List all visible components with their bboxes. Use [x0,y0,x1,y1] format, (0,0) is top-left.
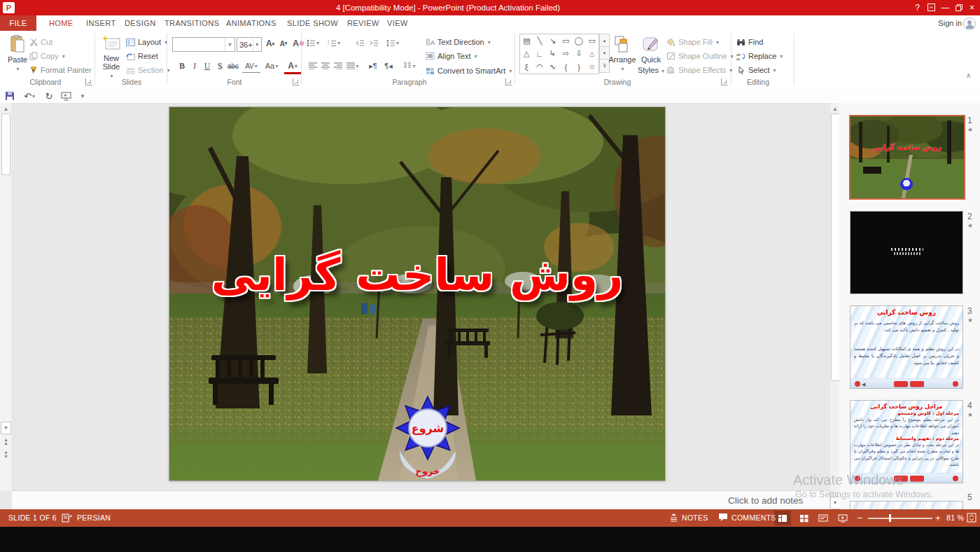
elbow-arrow-shape-icon[interactable]: ↳ [546,48,559,61]
reading-view-button[interactable] [815,511,832,525]
save-button[interactable] [3,90,17,102]
restore-icon[interactable] [952,0,965,15]
close-icon[interactable]: × [965,0,979,15]
reset-button[interactable]: Reset [126,50,158,62]
increase-indent-button[interactable] [368,36,380,49]
paragraph-dialog-launcher-icon[interactable] [505,78,512,85]
sound-icon[interactable] [855,476,860,481]
nav-back-icon[interactable] [894,476,908,481]
font-dialog-launcher-icon[interactable] [293,78,300,85]
star-shape-icon[interactable]: ☆ [585,60,598,74]
paste-dropdown[interactable]: ▾ [16,66,19,72]
select-button[interactable]: Select▾ [736,64,776,76]
tab-slide-show[interactable]: SLIDE SHOW [278,15,347,31]
next-slide-icon[interactable]: ▼▼ [0,451,12,458]
underline-button[interactable]: U [201,60,214,72]
thumbnails-scroll-up-icon[interactable]: ▲ [830,106,840,112]
thumbnails-scrollbar[interactable]: ▲ ▼ [830,103,840,509]
notes-pane[interactable]: Click to add notes [12,490,830,510]
paste-button[interactable]: Paste ▾ [4,34,31,77]
clear-formatting-button[interactable]: A [292,37,304,50]
text-direction-button[interactable]: A Text Direction▾ [426,36,491,48]
italic-button[interactable]: I [188,60,201,72]
editor-vertical-scrollbar[interactable]: ▲ ▼ ▲▲ ▼▼ [0,103,13,490]
arc-shape-icon[interactable]: ◠ [533,60,547,74]
collapse-ribbon-icon[interactable]: ∧ [966,71,971,79]
rounded-rectangle-shape-icon[interactable]: ▭ [585,34,598,48]
left-brace-shape-icon[interactable]: { [559,60,573,74]
right-arrow-shape-icon[interactable]: ⇨ [559,48,573,61]
copy-button[interactable]: Copy▾ [29,50,65,62]
normal-view-button[interactable] [774,511,791,525]
triangle-shape-icon[interactable]: △ [520,48,533,61]
decrease-indent-button[interactable] [354,36,366,49]
curve-shape-icon[interactable]: ∿ [546,60,559,74]
shapes-gallery[interactable]: ▤╲↘▭◯▭ △∟↳⇨⇩⌂ ξ◠∿{}☆ [519,34,599,74]
replace-button[interactable]: abac Replace▾ [736,50,783,62]
shape-effects-button[interactable]: Shape Effects▾ [666,64,732,76]
undo-button[interactable]: ↶▾ [20,90,39,102]
nav-next-icon[interactable] [910,381,924,387]
shape-outline-button[interactable]: Shape Outline▾ [666,50,734,62]
fit-slide-to-window-icon[interactable] [967,513,976,523]
slide-sorter-view-button[interactable] [795,511,812,525]
shape-fill-button[interactable]: Shape Fill▾ [666,36,719,48]
find-button[interactable]: Find [736,36,763,48]
drawing-dialog-launcher-icon[interactable] [721,78,728,85]
slide-show-view-button[interactable] [834,511,851,525]
customize-quick-access-icon[interactable]: ▾ [76,90,90,102]
previous-slide-icon[interactable]: ▲▲ [0,438,12,445]
increase-font-size-button[interactable]: A▴ [264,37,276,50]
line-spacing-button[interactable]: ▾ [386,36,399,49]
scrollbar-thumb[interactable] [1,113,10,175]
down-arrow-shape-icon[interactable]: ⇩ [573,48,586,61]
strikethrough-button[interactable]: abc [225,60,241,72]
font-name-combobox[interactable]: ▾ [172,37,235,52]
layout-button[interactable]: Layout▾ [126,36,167,48]
tab-animations[interactable]: ANIMATIONS [217,15,286,31]
format-painter-button[interactable]: Format Painter [29,64,92,76]
nav-next-icon[interactable] [910,476,924,481]
bold-button[interactable]: B [176,60,188,72]
justify-button[interactable]: ▾ [344,60,361,72]
text-box-shape-icon[interactable]: ▤ [520,34,533,48]
line-shape-icon[interactable]: ╲ [533,34,547,48]
nav-home-icon[interactable] [953,476,958,481]
thumbnail-slide-3[interactable]: روش ساخت گرایی روش ساخت گرایی از روش های… [850,305,963,389]
slide-counter[interactable]: SLIDE 1 OF 6 [8,509,57,527]
zoom-in-button[interactable]: + [935,509,941,527]
numbering-button[interactable]: 12▾ [328,36,340,49]
decrease-font-size-button[interactable]: A▾ [277,37,290,50]
arrange-dropdown[interactable]: ▾ [621,66,624,72]
thumbnails-scroll-down-icon[interactable]: ▼ [830,497,840,509]
scroll-up-icon[interactable]: ▲ [0,106,12,112]
start-slideshow-button[interactable] [59,90,73,102]
minimize-icon[interactable]: — [939,0,952,15]
spell-check-icon[interactable] [62,513,72,523]
help-icon[interactable]: ? [911,0,924,15]
thumbnail-slide-2[interactable] [850,211,963,294]
change-case-button[interactable]: Aa▾ [263,60,280,72]
sound-icon[interactable] [855,381,860,387]
align-text-button[interactable]: Align Text▾ [426,50,477,62]
section-button[interactable]: Section▾ [126,64,170,76]
start-exit-badge[interactable]: شروع خروج [395,387,462,478]
right-to-left-direction-button[interactable]: ¶◂ [382,60,395,72]
character-spacing-button[interactable]: AV▾ [242,60,260,73]
user-avatar-icon[interactable] [963,18,976,30]
home-plate-shape-icon[interactable]: ⌂ [585,48,598,61]
zoom-level[interactable]: 81 % [946,509,964,527]
quick-styles-button[interactable]: Quick Styles ▾ [637,34,665,77]
convert-to-smartart-button[interactable]: Convert to SmartArt▾ [426,64,512,77]
align-right-button[interactable] [332,60,344,72]
tab-view[interactable]: VIEW [378,15,417,31]
arrow-line-shape-icon[interactable]: ↘ [546,34,559,48]
ribbon-display-options-icon[interactable] [925,0,938,15]
sign-in-link[interactable]: Sign in [938,15,962,31]
notes-toggle[interactable]: NOTES [682,509,708,527]
nav-back-icon[interactable] [894,381,908,387]
zoom-out-button[interactable]: − [857,509,862,527]
comments-toggle[interactable]: COMMENTS [732,509,776,527]
thumbnail-slide-4[interactable]: مراحل روش ساخت گرایی مرحله اول : کاوش وج… [850,400,963,483]
thumbnail-slide-1[interactable]: روش ساخت گرایی [849,115,965,200]
